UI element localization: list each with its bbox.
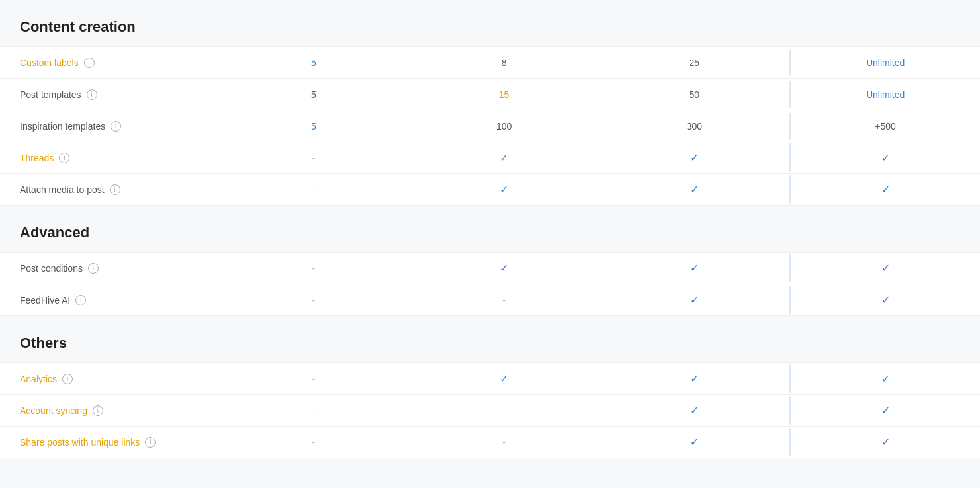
cell-col2-analytics: ✓ bbox=[409, 364, 600, 393]
cell-value: 8 bbox=[502, 58, 507, 68]
cell-value: +500 bbox=[875, 121, 896, 132]
section-title-advanced: Advanced bbox=[0, 206, 980, 252]
cell-col3-custom-labels: 25 bbox=[600, 50, 790, 76]
info-icon[interactable]: i bbox=[59, 153, 69, 163]
feature-label-share-posts: Share posts with unique linksi bbox=[0, 429, 218, 456]
feature-label-custom-labels: Custom labelsi bbox=[0, 50, 218, 76]
feature-label-attach-media: Attach media to posti bbox=[0, 177, 218, 203]
info-icon[interactable]: i bbox=[110, 184, 120, 195]
feature-label-account-syncing: Account syncingi bbox=[0, 397, 218, 424]
cell-col4-account-syncing: ✓ bbox=[789, 396, 980, 425]
feature-row-inspiration-templates: Inspiration templatesi5100300+500 bbox=[0, 110, 980, 142]
section-header-others: Others bbox=[0, 316, 980, 363]
cell-col3-post-templates: 50 bbox=[600, 81, 790, 108]
label-text: Post conditions bbox=[20, 263, 83, 274]
label-text: Inspiration templates bbox=[20, 121, 105, 132]
cell-col1-attach-media: - bbox=[218, 177, 409, 203]
info-icon[interactable]: i bbox=[84, 58, 95, 68]
feature-row-analytics: Analyticsi-✓✓✓ bbox=[0, 363, 980, 395]
check-icon: ✓ bbox=[881, 183, 890, 196]
cell-col1-analytics: - bbox=[218, 366, 409, 392]
dash-value: - bbox=[312, 295, 316, 305]
cell-col4-attach-media: ✓ bbox=[789, 175, 980, 204]
label-text: Attach media to post bbox=[20, 184, 105, 195]
cell-col4-threads: ✓ bbox=[789, 143, 980, 172]
label-text: Account syncing bbox=[20, 405, 87, 416]
feature-label-inspiration-templates: Inspiration templatesi bbox=[0, 113, 218, 140]
check-icon: ✓ bbox=[881, 436, 890, 448]
cell-value: 50 bbox=[690, 89, 700, 100]
dash-value: - bbox=[312, 184, 316, 195]
check-icon: ✓ bbox=[500, 183, 508, 196]
section-title-content-creation: Content creation bbox=[0, 0, 980, 46]
cell-col1-post-templates: 5 bbox=[218, 81, 409, 108]
label-text: Share posts with unique links bbox=[20, 437, 140, 448]
feature-row-post-templates: Post templatesi51550Unlimited bbox=[0, 79, 980, 110]
cell-value: 15 bbox=[499, 89, 510, 100]
feature-row-account-syncing: Account syncingi--✓✓ bbox=[0, 395, 980, 427]
cell-col3-post-conditions: ✓ bbox=[600, 254, 790, 282]
info-icon[interactable]: i bbox=[111, 121, 121, 132]
cell-col1-feedhive-ai: - bbox=[218, 287, 409, 313]
check-icon: ✓ bbox=[690, 404, 699, 417]
check-icon: ✓ bbox=[881, 404, 890, 417]
cell-col1-threads: - bbox=[218, 145, 409, 171]
info-icon[interactable]: i bbox=[75, 295, 86, 305]
label-text: Custom labels bbox=[20, 58, 79, 68]
check-icon: ✓ bbox=[690, 151, 699, 164]
cell-col4-analytics: ✓ bbox=[789, 364, 980, 393]
comparison-table: Content creationCustom labelsi5825Unlimi… bbox=[0, 0, 980, 458]
cell-col2-threads: ✓ bbox=[409, 143, 600, 172]
cell-col4-feedhive-ai: ✓ bbox=[789, 286, 980, 314]
info-icon[interactable]: i bbox=[87, 89, 97, 100]
feature-label-post-conditions: Post conditionsi bbox=[0, 255, 218, 282]
dash-value: - bbox=[312, 374, 316, 384]
page-wrapper: Content creationCustom labelsi5825Unlimi… bbox=[0, 0, 980, 488]
dash-value: - bbox=[312, 405, 316, 416]
info-icon[interactable]: i bbox=[145, 437, 156, 448]
cell-col1-inspiration-templates: 5 bbox=[218, 113, 409, 140]
cell-col1-share-posts: - bbox=[218, 429, 409, 456]
cell-col1-account-syncing: - bbox=[218, 397, 409, 424]
check-icon: ✓ bbox=[690, 372, 699, 385]
cell-col3-share-posts: ✓ bbox=[600, 428, 790, 456]
cell-col4-share-posts: ✓ bbox=[789, 428, 980, 456]
label-text: Threads bbox=[20, 153, 54, 163]
dash-value: - bbox=[312, 263, 316, 274]
cell-col2-account-syncing: - bbox=[409, 397, 600, 424]
label-text: Analytics bbox=[20, 374, 57, 384]
feature-label-analytics: Analyticsi bbox=[0, 366, 218, 392]
cell-col3-inspiration-templates: 300 bbox=[600, 113, 790, 140]
info-icon[interactable]: i bbox=[62, 374, 73, 384]
cell-col4-custom-labels: Unlimited bbox=[789, 50, 980, 76]
feature-row-share-posts: Share posts with unique linksi--✓✓ bbox=[0, 427, 980, 458]
feature-row-post-conditions: Post conditionsi-✓✓✓ bbox=[0, 253, 980, 284]
info-icon[interactable]: i bbox=[88, 263, 99, 274]
cell-col4-inspiration-templates: +500 bbox=[789, 113, 980, 140]
cell-col3-feedhive-ai: ✓ bbox=[600, 286, 790, 314]
check-icon: ✓ bbox=[690, 436, 699, 448]
feature-row-threads: Threadsi-✓✓✓ bbox=[0, 142, 980, 174]
label-text: FeedHive AI bbox=[20, 295, 70, 305]
cell-value: Unlimited bbox=[866, 58, 905, 68]
dash-value: - bbox=[312, 437, 316, 448]
feature-row-feedhive-ai: FeedHive AIi--✓✓ bbox=[0, 284, 980, 316]
feature-label-post-templates: Post templatesi bbox=[0, 81, 218, 108]
cell-col3-account-syncing: ✓ bbox=[600, 396, 790, 425]
check-icon: ✓ bbox=[500, 372, 508, 385]
check-icon: ✓ bbox=[690, 183, 699, 196]
check-icon: ✓ bbox=[881, 294, 890, 306]
cell-value: 5 bbox=[311, 58, 316, 68]
check-icon: ✓ bbox=[500, 262, 508, 274]
feature-label-feedhive-ai: FeedHive AIi bbox=[0, 287, 218, 313]
section-title-others: Others bbox=[0, 316, 980, 362]
info-icon[interactable]: i bbox=[93, 405, 103, 416]
cell-col4-post-templates: Unlimited bbox=[789, 81, 980, 108]
check-icon: ✓ bbox=[881, 151, 890, 164]
cell-col2-feedhive-ai: - bbox=[409, 287, 600, 313]
dash-value: - bbox=[502, 295, 506, 305]
feature-row-attach-media: Attach media to posti-✓✓✓ bbox=[0, 174, 980, 206]
dash-value: - bbox=[502, 405, 506, 416]
cell-col3-attach-media: ✓ bbox=[600, 175, 790, 204]
check-icon: ✓ bbox=[690, 262, 699, 274]
